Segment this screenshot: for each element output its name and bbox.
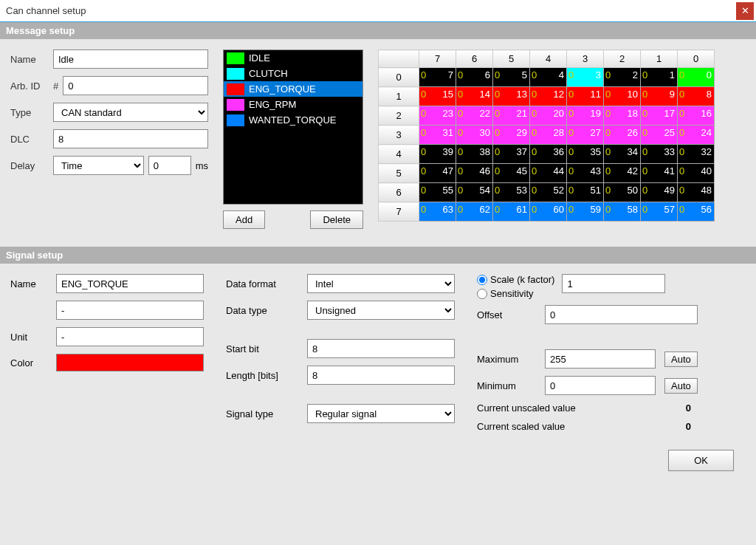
grid-cell[interactable]: 02 [604,68,641,87]
bit-grid[interactable]: 7654321000706050403020100101501401301201… [378,49,715,222]
grid-cell[interactable]: 010 [604,87,641,106]
grid-cell[interactable]: 051 [567,183,604,202]
delay-mode-select[interactable]: Time [53,156,144,175]
grid-cell[interactable]: 018 [604,106,641,126]
length-input[interactable] [307,366,455,385]
grid-cell[interactable]: 032 [678,145,715,164]
grid-cell[interactable]: 055 [419,183,456,202]
grid-cell[interactable]: 062 [456,202,493,222]
grid-cell[interactable]: 09 [641,87,678,106]
grid-cell[interactable]: 019 [567,106,604,126]
grid-cell[interactable]: 038 [456,145,493,164]
grid-cell[interactable]: 036 [530,145,567,164]
signal-list-item[interactable]: CLUTCH [224,66,362,81]
add-button[interactable]: Add [223,210,265,229]
grid-cell[interactable]: 014 [456,87,493,106]
min-auto-button[interactable]: Auto [664,378,698,394]
ok-button[interactable]: OK [668,450,734,471]
grid-cell[interactable]: 021 [493,106,530,126]
close-icon[interactable]: ✕ [736,2,754,20]
scale-radio[interactable] [477,275,487,285]
grid-cell[interactable]: 035 [567,145,604,164]
grid-cell[interactable]: 028 [530,126,567,145]
sig-line2-input[interactable] [56,301,204,320]
grid-cell[interactable]: 022 [456,106,493,126]
min-input[interactable] [545,376,656,395]
color-swatch[interactable] [56,354,204,371]
grid-cell[interactable]: 040 [678,164,715,183]
max-auto-button[interactable]: Auto [664,352,698,367]
grid-cell[interactable]: 056 [678,202,715,222]
signal-list-item[interactable]: ENG_TORQUE [224,81,362,97]
grid-cell[interactable]: 00 [678,68,715,87]
grid-cell[interactable]: 054 [456,183,493,202]
grid-cell[interactable]: 041 [641,164,678,183]
startbit-input[interactable] [307,339,455,358]
grid-cell[interactable]: 030 [456,126,493,145]
grid-cell[interactable]: 039 [419,145,456,164]
signal-list[interactable]: IDLECLUTCHENG_TORQUEENG_RPMWANTED_TORQUE [223,49,363,205]
grid-cell[interactable]: 046 [456,164,493,183]
delete-button[interactable]: Delete [310,210,363,229]
grid-cell[interactable]: 07 [419,68,456,87]
delay-value-input[interactable] [148,156,191,175]
grid-cell[interactable]: 016 [678,106,715,126]
signal-list-item[interactable]: WANTED_TORQUE [224,112,362,128]
grid-cell[interactable]: 047 [419,164,456,183]
grid-cell[interactable]: 063 [419,202,456,222]
grid-cell[interactable]: 026 [604,126,641,145]
grid-cell[interactable]: 08 [678,87,715,106]
sigtype-select[interactable]: Regular signal [307,404,455,423]
grid-cell[interactable]: 06 [456,68,493,87]
name-input[interactable] [53,49,208,69]
offset-input[interactable] [545,305,698,324]
grid-cell[interactable]: 060 [530,202,567,222]
grid-cell[interactable]: 033 [641,145,678,164]
sensitivity-radio-label[interactable]: Sensitivity [477,288,554,299]
scale-input[interactable] [562,274,665,293]
grid-cell[interactable]: 01 [641,68,678,87]
grid-cell[interactable]: 050 [604,183,641,202]
grid-cell[interactable]: 043 [567,164,604,183]
grid-cell[interactable]: 027 [567,126,604,145]
grid-cell[interactable]: 049 [641,183,678,202]
grid-cell[interactable]: 012 [530,87,567,106]
max-input[interactable] [545,349,656,369]
grid-cell[interactable]: 048 [678,183,715,202]
type-select[interactable]: CAN standard [53,103,208,122]
grid-cell[interactable]: 037 [493,145,530,164]
grid-cell[interactable]: 031 [419,126,456,145]
sig-name-input[interactable] [56,274,204,293]
grid-cell[interactable]: 034 [604,145,641,164]
grid-cell[interactable]: 057 [641,202,678,222]
grid-cell[interactable]: 045 [493,164,530,183]
grid-cell[interactable]: 053 [493,183,530,202]
grid-cell[interactable]: 023 [419,106,456,126]
grid-cell[interactable]: 011 [567,87,604,106]
grid-cell[interactable]: 061 [493,202,530,222]
grid-cell[interactable]: 052 [530,183,567,202]
grid-cell[interactable]: 03 [567,68,604,87]
unit-input[interactable] [56,327,204,346]
dformat-select[interactable]: Intel [307,274,455,293]
grid-cell[interactable]: 025 [641,126,678,145]
grid-cell[interactable]: 04 [530,68,567,87]
grid-cell[interactable]: 024 [678,126,715,145]
arbid-input[interactable] [63,76,208,95]
grid-cell[interactable]: 058 [604,202,641,222]
signal-list-item[interactable]: IDLE [224,50,362,66]
signal-list-item[interactable]: ENG_RPM [224,97,362,112]
grid-cell[interactable]: 029 [493,126,530,145]
grid-cell[interactable]: 042 [604,164,641,183]
scale-radio-label[interactable]: Scale (k factor) [477,274,554,285]
grid-cell[interactable]: 059 [567,202,604,222]
dlc-input[interactable] [53,129,208,148]
sensitivity-radio[interactable] [477,289,487,299]
grid-cell[interactable]: 020 [530,106,567,126]
grid-cell[interactable]: 017 [641,106,678,126]
grid-cell[interactable]: 015 [419,87,456,106]
dtype-select[interactable]: Unsigned [307,301,455,320]
grid-cell[interactable]: 044 [530,164,567,183]
grid-cell[interactable]: 013 [493,87,530,106]
grid-cell[interactable]: 05 [493,68,530,87]
